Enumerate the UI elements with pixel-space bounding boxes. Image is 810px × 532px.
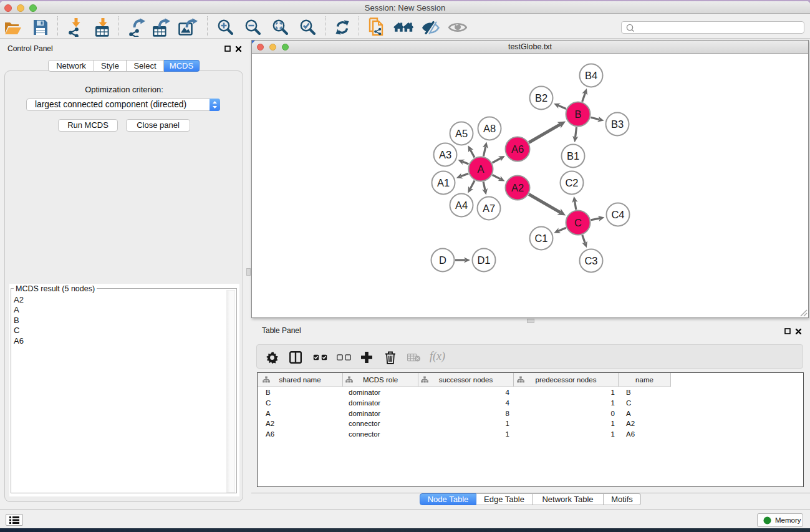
svg-text:B: B	[574, 109, 581, 120]
svg-text:C: C	[574, 217, 582, 228]
svg-text:D1: D1	[477, 254, 490, 266]
svg-text:A1: A1	[437, 177, 450, 188]
svg-text:B3: B3	[611, 118, 624, 130]
svg-text:A5: A5	[455, 128, 468, 139]
svg-text:B2: B2	[535, 92, 547, 104]
svg-text:A8: A8	[483, 123, 496, 134]
svg-text:A2: A2	[511, 182, 524, 193]
svg-text:A: A	[477, 163, 484, 175]
svg-text:C3: C3	[584, 255, 597, 266]
svg-text:D: D	[439, 254, 446, 266]
svg-text:C4: C4	[611, 209, 624, 220]
svg-text:A3: A3	[439, 149, 451, 160]
svg-text:C1: C1	[534, 233, 547, 244]
svg-text:A6: A6	[511, 143, 524, 155]
svg-text:C2: C2	[565, 177, 578, 188]
svg-text:B4: B4	[585, 70, 597, 81]
svg-text:A4: A4	[455, 200, 468, 211]
svg-text:A7: A7	[483, 203, 495, 214]
svg-text:B1: B1	[567, 150, 579, 162]
